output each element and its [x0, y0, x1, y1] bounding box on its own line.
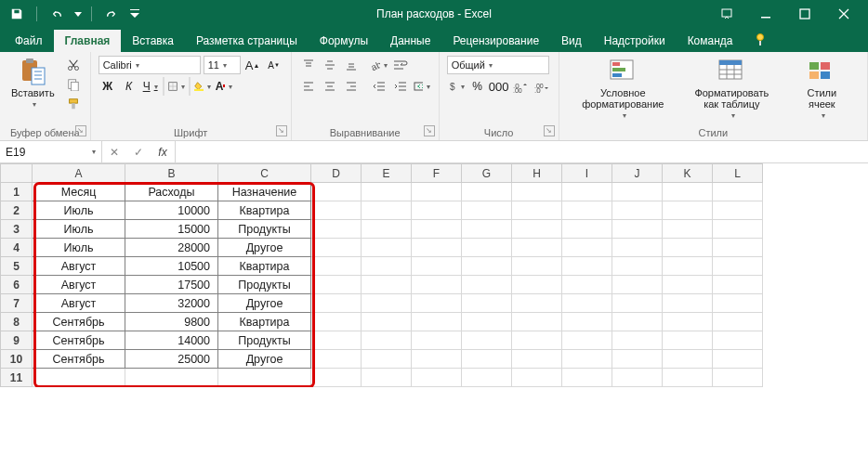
cell[interactable] [713, 276, 763, 294]
cell[interactable] [663, 294, 713, 313]
tab-review[interactable]: Рецензирование [441, 30, 550, 52]
col-header[interactable]: J [612, 164, 663, 183]
cell[interactable] [362, 220, 412, 239]
worksheet-grid[interactable]: A B C D E F G H I J K L 1МесяцРасходыНаз… [0, 163, 868, 387]
row-header[interactable]: 7 [1, 294, 33, 313]
cell[interactable] [562, 331, 612, 350]
cell[interactable] [412, 313, 462, 331]
cell[interactable] [462, 257, 512, 276]
cell[interactable] [311, 331, 362, 350]
minimize-icon[interactable] [747, 0, 784, 28]
cell[interactable]: Август [33, 294, 125, 313]
cell[interactable] [412, 276, 462, 294]
cell[interactable] [562, 294, 612, 313]
align-right-button[interactable] [342, 77, 361, 96]
cell[interactable]: Июль [33, 220, 125, 239]
cell[interactable] [512, 239, 562, 257]
cell[interactable] [562, 350, 612, 369]
tab-formulas[interactable]: Формулы [309, 30, 379, 52]
cell[interactable] [311, 350, 362, 369]
align-center-button[interactable] [321, 77, 339, 96]
row-header[interactable]: 5 [1, 257, 33, 276]
cell[interactable] [362, 313, 412, 331]
save-icon[interactable] [6, 3, 28, 25]
cell[interactable]: Продукты [218, 220, 311, 239]
cell[interactable]: Другое [218, 239, 311, 257]
cell[interactable] [412, 294, 462, 313]
col-header[interactable]: C [218, 164, 311, 183]
format-painter-button[interactable] [64, 95, 83, 113]
cell[interactable] [412, 331, 462, 350]
cell[interactable] [362, 257, 412, 276]
cell[interactable] [713, 201, 763, 220]
cell[interactable] [612, 220, 663, 239]
cell[interactable] [412, 257, 462, 276]
col-header[interactable]: F [412, 164, 462, 183]
cell[interactable] [362, 276, 412, 294]
underline-button[interactable]: Ч▾ [141, 77, 160, 96]
cell[interactable] [562, 276, 612, 294]
percent-format-button[interactable]: % [468, 77, 487, 96]
decrease-decimal-button[interactable]: .00.0 [533, 77, 551, 96]
cell[interactable] [612, 369, 663, 387]
cell[interactable]: Сентябрь [33, 331, 125, 350]
dialog-launcher-icon[interactable]: ↘ [75, 125, 86, 136]
cell[interactable]: Квартира [218, 201, 311, 220]
cell[interactable] [512, 276, 562, 294]
cut-button[interactable] [64, 56, 83, 74]
bold-button[interactable]: Ж [99, 77, 117, 96]
cell[interactable] [412, 201, 462, 220]
cell[interactable] [362, 294, 412, 313]
cell[interactable]: 9800 [125, 313, 218, 331]
cell[interactable]: 15000 [125, 220, 218, 239]
undo-dropdown-icon[interactable] [73, 3, 83, 25]
cell[interactable] [311, 220, 362, 239]
col-header[interactable]: I [562, 164, 612, 183]
tab-view[interactable]: Вид [550, 30, 593, 52]
cell[interactable]: 17500 [125, 276, 218, 294]
tab-data[interactable]: Данные [379, 30, 441, 52]
cell[interactable] [33, 369, 125, 387]
accounting-format-button[interactable]: $▾ [447, 77, 466, 96]
cell[interactable] [462, 369, 512, 387]
cell[interactable] [412, 183, 462, 201]
align-middle-button[interactable] [321, 56, 339, 74]
formula-input[interactable] [176, 141, 868, 162]
cell[interactable]: Назначение [218, 183, 311, 201]
cell[interactable]: Июль [33, 201, 125, 220]
cell[interactable] [412, 350, 462, 369]
cell[interactable] [612, 239, 663, 257]
cell[interactable] [412, 369, 462, 387]
cell[interactable] [462, 276, 512, 294]
font-name-select[interactable]: Calibri▾ [99, 56, 201, 74]
cell[interactable] [462, 331, 512, 350]
dialog-launcher-icon[interactable]: ↘ [424, 125, 435, 136]
orientation-button[interactable]: ab▾ [370, 56, 388, 74]
cell[interactable] [362, 239, 412, 257]
cell[interactable] [562, 257, 612, 276]
cell[interactable]: Месяц [33, 183, 125, 201]
format-as-table-button[interactable]: Форматировать как таблицу▾ [686, 56, 777, 122]
cell[interactable]: Август [33, 276, 125, 294]
cell[interactable]: Квартира [218, 257, 311, 276]
row-header[interactable]: 4 [1, 239, 33, 257]
cell[interactable] [713, 183, 763, 201]
cell[interactable] [362, 350, 412, 369]
cell[interactable] [512, 183, 562, 201]
col-header[interactable]: L [713, 164, 763, 183]
cell[interactable] [713, 331, 763, 350]
cell[interactable] [125, 369, 218, 387]
cell[interactable] [311, 294, 362, 313]
cell[interactable]: 10000 [125, 201, 218, 220]
cell[interactable] [512, 369, 562, 387]
cell[interactable] [612, 257, 663, 276]
fill-color-button[interactable]: ▾ [193, 77, 212, 96]
cell[interactable] [462, 294, 512, 313]
paste-button[interactable]: Вставить ▾ [7, 56, 59, 110]
shrink-font-button[interactable]: A▼ [265, 56, 283, 74]
cell[interactable] [612, 183, 663, 201]
cell[interactable] [311, 369, 362, 387]
undo-icon[interactable] [46, 3, 68, 25]
cell[interactable] [663, 369, 713, 387]
cell[interactable]: Сентябрь [33, 350, 125, 369]
